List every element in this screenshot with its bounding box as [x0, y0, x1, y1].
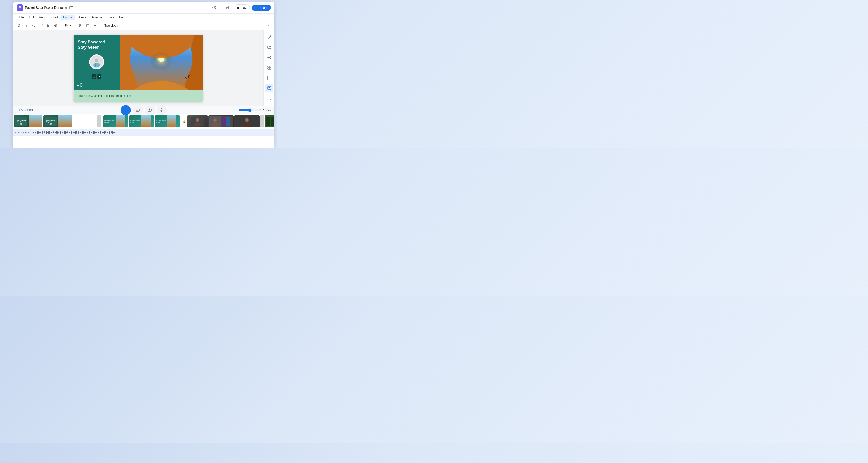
share-button[interactable]: 👤 Share — [252, 5, 271, 11]
svg-point-42 — [50, 123, 52, 125]
webcam-clip-3[interactable] — [234, 115, 259, 127]
slide-main: Stay Powered Stay Green — [73, 35, 203, 90]
svg-point-54 — [245, 118, 249, 122]
redo-button[interactable] — [38, 22, 44, 29]
svg-rect-46 — [194, 123, 201, 126]
audio-track: ♪ Audio track — [13, 129, 275, 136]
fit-button[interactable]: Fit ▼ — [63, 23, 73, 28]
mic-button[interactable] — [157, 105, 167, 115]
sidebar-transform-icon[interactable] — [265, 63, 273, 72]
fill-tool-button[interactable] — [92, 22, 98, 29]
sidebar-share-icon[interactable] — [265, 94, 273, 102]
clip-2-2[interactable]: Pocket SolarPower — [129, 115, 154, 127]
svg-point-20 — [268, 57, 270, 58]
undo-button[interactable] — [30, 22, 37, 29]
svg-rect-23 — [268, 68, 269, 69]
app-title: Pocket Solar Power Demo — [25, 6, 63, 9]
total-time: 1:00.0 — [27, 108, 35, 112]
svg-rect-14 — [95, 63, 96, 66]
sidebar-edit-icon[interactable] — [265, 33, 273, 41]
title-bar: P Pocket Solar Power Demo ★ — [13, 2, 275, 13]
slide-canvas[interactable]: Stay Powered Stay Green — [73, 35, 203, 102]
folder-button[interactable] — [69, 5, 73, 10]
star-button[interactable]: ★ — [65, 6, 68, 9]
edit-marker-webcam — [260, 115, 264, 127]
separator-2 — [75, 23, 75, 28]
audio-label: Audio track — [18, 131, 31, 134]
svg-line-6 — [57, 26, 57, 27]
menu-scene[interactable]: Scene — [75, 15, 89, 20]
clip-2-1[interactable]: Pocket SolarPower — [103, 115, 128, 127]
svg-point-32 — [149, 110, 150, 111]
sidebar-folder-icon[interactable] — [265, 43, 273, 52]
subtitles-button[interactable] — [133, 105, 143, 115]
avatar-image — [90, 55, 103, 68]
svg-point-44 — [196, 118, 199, 122]
speed-slider[interactable] — [238, 108, 261, 112]
track-1-content: Stay Powered Stay Green Stay Pow — [14, 115, 101, 128]
transition-button[interactable]: Transition — [102, 23, 120, 28]
crop-tool-button[interactable] — [85, 22, 91, 29]
menu-arrange[interactable]: Arrange — [89, 15, 104, 20]
svg-point-38 — [20, 123, 22, 125]
svg-rect-51 — [222, 117, 226, 126]
speed-control: 100% — [238, 108, 271, 112]
menu-file[interactable]: File — [17, 15, 26, 20]
webcam-clip-2[interactable] — [208, 115, 234, 127]
screenshot-button[interactable] — [145, 105, 155, 115]
clip-2-3[interactable]: Pocket SolarPower — [155, 115, 180, 127]
clip-1-1[interactable]: Stay Powered Stay Green — [14, 115, 42, 127]
pause-button[interactable]: ⏸ — [121, 105, 131, 115]
clip-1-2[interactable]: Stay Powered Stay Green — [43, 115, 72, 127]
slide-left-panel: Stay Powered Stay Green — [73, 35, 120, 90]
app-icon: P — [17, 4, 23, 11]
svg-rect-33 — [161, 109, 162, 110]
playback-bar: 0:05.9 / 1:00.0 ⏸ — [13, 107, 275, 114]
svg-rect-58 — [266, 117, 275, 126]
track-row-1: Stay Powered Stay Green Stay Pow — [13, 114, 275, 129]
playhead[interactable] — [60, 114, 60, 148]
video-ctrl-btn[interactable]: 📷 — [92, 75, 96, 79]
sidebar-export-icon[interactable] — [265, 84, 273, 92]
menu-tools[interactable]: Tools — [105, 15, 116, 20]
menu-insert[interactable]: Insert — [48, 15, 60, 20]
svg-rect-21 — [268, 66, 269, 67]
collapse-button[interactable] — [265, 22, 272, 29]
slide-bottom-bar: How Solar Charging Boost The Bottom Line — [73, 90, 203, 102]
solar-clip[interactable] — [265, 115, 275, 127]
menu-help[interactable]: Help — [117, 15, 128, 20]
zoom-tool-button[interactable] — [53, 22, 59, 29]
menu-format[interactable]: Format — [61, 15, 75, 20]
playback-controls: ⏸ — [121, 105, 167, 115]
svg-text:Stay Powered: Stay Powered — [17, 119, 26, 121]
slide-title: Stay Powered Stay Green — [78, 39, 116, 50]
record-ctrl-btn[interactable]: ⏺ — [97, 75, 101, 79]
svg-line-9 — [79, 25, 81, 27]
timeline-area: 0:05.9 / 1:00.0 ⏸ — [13, 106, 275, 148]
notes-button[interactable] — [221, 4, 232, 11]
svg-marker-4 — [47, 25, 49, 27]
zoom-out-button[interactable] — [16, 22, 22, 29]
arrow-tool-button[interactable] — [77, 22, 84, 29]
toolbar: + Fit ▼ Transition — [13, 21, 275, 30]
audio-waveform — [33, 130, 273, 135]
speed-label: 100% — [263, 109, 271, 112]
slide-logo: «C — [77, 82, 83, 88]
slide-background-image — [120, 35, 203, 90]
svg-text:Stay Green: Stay Green — [46, 121, 54, 123]
svg-point-48 — [213, 118, 217, 122]
share-icon: 👤 — [255, 6, 258, 9]
play-button[interactable]: ▶ Play — [234, 4, 250, 11]
clip-1-2-thumbnail: Stay Powered Stay Green — [43, 115, 58, 127]
menu-edit[interactable]: Edit — [27, 15, 36, 20]
sidebar-chat-icon[interactable] — [265, 74, 273, 82]
slide-subtitle: How Solar Charging Boost The Bottom Line — [77, 94, 131, 97]
select-tool-button[interactable] — [45, 22, 52, 29]
current-time: 0:05.9 — [17, 108, 26, 112]
menu-view[interactable]: View — [37, 15, 48, 20]
add-button[interactable]: + — [23, 22, 30, 29]
audio-icon: ♪ — [15, 131, 16, 134]
webcam-clip-1[interactable] — [187, 115, 208, 127]
history-button[interactable] — [209, 4, 220, 11]
sidebar-record-icon[interactable] — [265, 53, 273, 62]
